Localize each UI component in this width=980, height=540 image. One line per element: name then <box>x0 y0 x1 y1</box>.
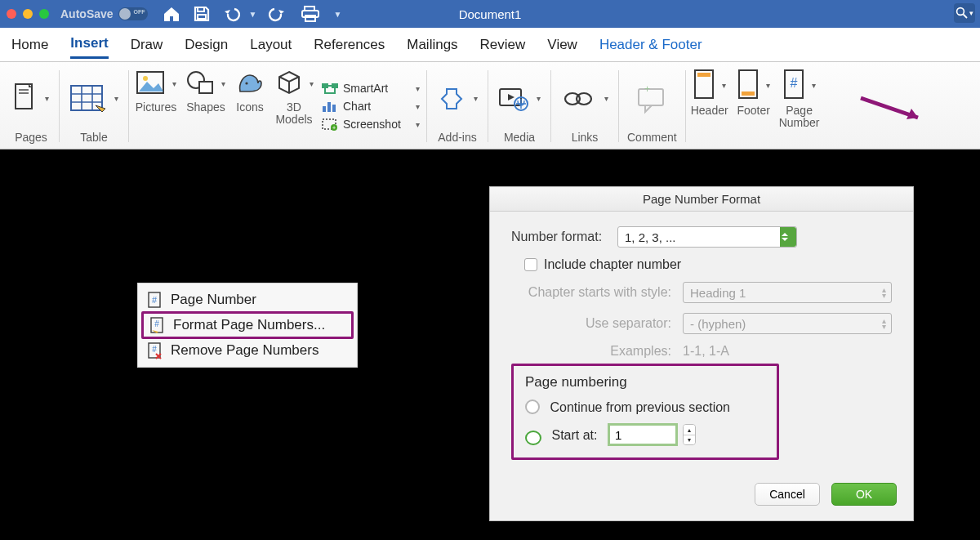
tab-header-footer[interactable]: Header & Footer <box>599 32 702 58</box>
radio-start-at[interactable] <box>525 431 541 445</box>
pages-dropdown[interactable]: ▾ <box>42 94 51 103</box>
addins-label: Add-ins <box>438 130 476 144</box>
links-dropdown[interactable]: ▾ <box>602 94 610 103</box>
chapter-style-select: Heading 1 ▴▾ <box>683 282 892 303</box>
tab-insert[interactable]: Insert <box>70 30 108 59</box>
format-page-number-icon: # <box>150 317 165 333</box>
svg-rect-34 <box>639 89 663 105</box>
annotation-arrow <box>858 95 931 127</box>
svg-line-6 <box>964 15 968 19</box>
svg-text:+: + <box>332 125 336 131</box>
print-icon[interactable] <box>301 6 320 22</box>
footer-icon <box>735 67 763 103</box>
autosave-label: AutoSave <box>60 7 114 20</box>
comment-button: + Comment <box>621 65 684 147</box>
start-at-input[interactable] <box>608 423 678 446</box>
links-icon <box>559 83 599 115</box>
page-number-icon: # <box>781 67 808 103</box>
header-dropdown[interactable]: ▾ <box>720 81 728 90</box>
undo-icon[interactable] <box>223 6 244 22</box>
radio-continue[interactable] <box>525 399 540 414</box>
chapter-style-value: Heading 1 <box>690 286 746 300</box>
links-button[interactable]: ▾ Links <box>553 65 617 147</box>
pictures-label: Pictures <box>136 101 177 114</box>
smartart-icon <box>322 82 338 95</box>
table-button[interactable]: ▾ Table <box>61 65 127 147</box>
number-format-select[interactable]: 1, 2, 3, ... <box>617 226 797 248</box>
icons-icon <box>234 67 266 100</box>
header-button[interactable]: ▾ Header <box>688 65 732 147</box>
menu-item-page-number[interactable]: # Page Number <box>141 288 354 311</box>
chart-icon <box>322 100 338 113</box>
window-controls <box>7 9 49 19</box>
shapes-button[interactable]: ▾ Shapes <box>181 65 230 147</box>
ribbon-tabs: Home Insert Draw Design Layout Reference… <box>0 28 980 62</box>
page-numbering-title: Page numbering <box>525 374 765 390</box>
svg-rect-1 <box>198 15 206 19</box>
shapes-dropdown[interactable]: ▾ <box>219 79 227 88</box>
table-dropdown[interactable]: ▾ <box>112 94 120 103</box>
tab-view[interactable]: View <box>547 32 577 58</box>
addins-button[interactable]: ▾ Add-ins <box>429 65 486 147</box>
tab-references[interactable]: References <box>314 32 385 58</box>
radio-continue-label: Continue from previous section <box>550 400 730 414</box>
autosave-switch[interactable]: OFF <box>118 7 148 20</box>
zoom-window[interactable] <box>39 9 49 19</box>
tab-draw[interactable]: Draw <box>131 32 163 58</box>
svg-rect-25 <box>327 102 331 112</box>
titlebar: AutoSave OFF ▼ ▼ Document1 ▾ <box>0 0 980 28</box>
menu-item-format-page-numbers[interactable]: # Format Page Numbers... <box>141 311 354 339</box>
home-icon[interactable] <box>163 6 180 22</box>
ok-button[interactable]: OK <box>831 483 897 506</box>
qat-customize[interactable]: ▼ <box>333 10 341 19</box>
footer-dropdown[interactable]: ▾ <box>764 81 773 90</box>
icons-button[interactable]: Icons <box>230 65 270 147</box>
cube-icon <box>273 67 305 100</box>
pages-label: Pages <box>15 130 47 144</box>
cancel-button[interactable]: Cancel <box>755 483 820 506</box>
autosave-switch-off-text: OFF <box>134 9 145 15</box>
save-icon[interactable] <box>194 6 210 22</box>
3d-models-dropdown[interactable]: ▾ <box>307 79 315 88</box>
media-label: Media <box>504 130 535 144</box>
page-number-dropdown[interactable]: ▾ <box>810 81 818 90</box>
menu-item-remove-page-numbers[interactable]: # Remove Page Numbers <box>141 339 354 362</box>
undo-dropdown[interactable]: ▼ <box>249 10 257 19</box>
pages-button[interactable]: ▾ Pages <box>5 65 57 147</box>
autosave-toggle[interactable]: AutoSave OFF <box>60 7 148 20</box>
illustrations-misc: SmartArt▾ Chart▾ + Screenshot▾ <box>318 65 425 147</box>
footer-button[interactable]: ▾ Footer <box>732 65 776 147</box>
smartart-label: SmartArt <box>343 82 408 95</box>
examples-value: 1-1, 1-A <box>683 344 729 359</box>
tab-mailings[interactable]: Mailings <box>407 32 457 58</box>
screenshot-button[interactable]: + Screenshot▾ <box>322 117 421 132</box>
tab-layout[interactable]: Layout <box>250 32 292 58</box>
3d-models-button[interactable]: ▾ 3D Models <box>270 65 318 147</box>
pictures-button[interactable]: ▾ Pictures <box>131 65 181 147</box>
page-number-button[interactable]: # ▾ Page Number <box>776 65 823 147</box>
tab-home[interactable]: Home <box>11 32 48 58</box>
menu-item-remove-label: Remove Page Numbers <box>171 342 318 359</box>
header-label: Header <box>691 105 728 117</box>
redo-icon[interactable] <box>270 6 287 22</box>
chart-label: Chart <box>343 100 408 113</box>
remove-page-number-icon: # <box>148 342 163 359</box>
search-button[interactable]: ▾ <box>954 3 975 23</box>
chart-button[interactable]: Chart▾ <box>322 99 421 114</box>
tab-review[interactable]: Review <box>480 32 526 58</box>
pictures-dropdown[interactable]: ▾ <box>170 79 178 88</box>
include-chapter-checkbox[interactable] <box>524 258 537 271</box>
svg-text:#: # <box>790 76 797 90</box>
close-window[interactable] <box>7 9 16 19</box>
smartart-button[interactable]: SmartArt▾ <box>322 81 421 96</box>
comment-label: Comment <box>627 130 677 144</box>
page-number-small-icon: # <box>148 292 163 308</box>
start-at-stepper[interactable]: ▴▾ <box>683 424 696 445</box>
tab-design[interactable]: Design <box>185 32 228 58</box>
addins-dropdown[interactable]: ▾ <box>471 94 479 103</box>
media-button[interactable]: ▾ Media <box>490 65 549 147</box>
media-icon <box>497 83 531 115</box>
media-dropdown[interactable]: ▾ <box>534 94 542 103</box>
minimize-window[interactable] <box>23 9 33 19</box>
quick-access-toolbar: ▼ ▼ <box>163 6 342 22</box>
